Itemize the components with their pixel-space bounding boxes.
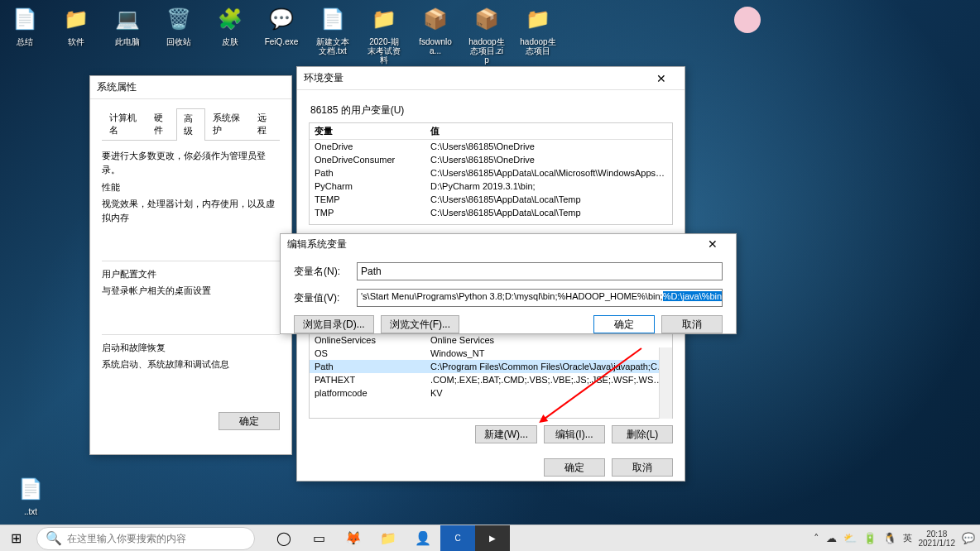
tray-icon[interactable]: 🐧 xyxy=(883,532,896,544)
table-row[interactable]: OSWindows_NT xyxy=(310,347,672,360)
desktop-icon-txt[interactable]: 📄 ..txt xyxy=(12,474,49,516)
desktop-icon[interactable]: 📦fsdownloa... xyxy=(417,4,454,65)
icon-label: 此电脑 xyxy=(115,37,140,46)
desktop-icon[interactable]: 📄总结 xyxy=(7,4,43,65)
dialog-titlebar[interactable]: 环境变量 ✕ xyxy=(297,67,685,90)
dialog-title-text: 编辑系统变量 xyxy=(287,237,347,252)
table-row[interactable]: PATHEXT.COM;.EXE;.BAT;.CMD;.VBS;.VBE;.JS… xyxy=(310,373,672,386)
system-tray: ˄ ☁ ⛅ 🔋 🐧 英 20:18 2021/1/12 💬 xyxy=(814,529,981,548)
dialog-titlebar[interactable]: 编辑系统变量 ✕ xyxy=(281,234,736,254)
app-icon[interactable]: C xyxy=(440,525,475,552)
app-icon: 📁 xyxy=(523,4,553,34)
table-row[interactable]: OneDriveConsumerC:\Users\86185\OneDrive xyxy=(310,153,672,166)
app-icon: 🗑️ xyxy=(164,4,194,34)
path-prefix: 's\Start Menu\Programs\Python 3.8;D:\mys… xyxy=(361,291,663,301)
delete-button[interactable]: 删除(L) xyxy=(612,425,673,443)
desktop-icon[interactable]: 🗑️回收站 xyxy=(161,4,197,65)
ok-button[interactable]: 确定 xyxy=(593,315,655,333)
cancel-button[interactable]: 取消 xyxy=(661,315,723,333)
cancel-button[interactable]: 取消 xyxy=(612,458,673,477)
browse-file-button[interactable]: 浏览文件(F)... xyxy=(381,315,459,333)
var-name-label: 变量名(N): xyxy=(294,265,357,279)
app-icon: 🧩 xyxy=(215,4,245,34)
icon-label: 2020-期末考试资料 xyxy=(366,37,402,65)
icon-label: FeiQ.exe xyxy=(265,37,299,46)
firefox-icon[interactable]: 🦊 xyxy=(336,525,371,552)
user-section-label: 用户配置文件 xyxy=(102,261,280,280)
icon-label: 回收站 xyxy=(166,37,191,46)
desktop-icon[interactable]: 📁软件 xyxy=(58,4,94,65)
user-vars-table[interactable]: 变量 值 OneDriveC:\Users\86185\OneDriveOneD… xyxy=(309,122,673,225)
perf-desc: 视觉效果，处理器计划，内存使用，以及虚拟内存 xyxy=(102,197,280,224)
tab-3[interactable]: 系统保护 xyxy=(205,108,250,140)
new-button[interactable]: 新建(W)... xyxy=(475,425,537,443)
var-name-input[interactable] xyxy=(357,262,723,280)
ok-button[interactable]: 确定 xyxy=(544,458,605,477)
browse-dir-button[interactable]: 浏览目录(D)... xyxy=(294,315,374,333)
tab-2[interactable]: 高级 xyxy=(176,108,206,141)
dialog-title-text: 系统属性 xyxy=(97,80,137,94)
edit-system-variable-dialog: 编辑系统变量 ✕ 变量名(N): 变量值(V): 's\Start Menu\P… xyxy=(280,233,737,334)
battery-icon[interactable]: 🔋 xyxy=(863,532,877,544)
task-view-icon[interactable]: ▭ xyxy=(301,525,336,552)
boot-section-label: 启动和故障恢复 xyxy=(102,334,280,354)
system-vars-table[interactable]: OnlineServicesOnline ServicesOSWindows_N… xyxy=(309,333,673,419)
search-icon: 🔍 xyxy=(46,530,62,546)
icon-label: 总结 xyxy=(17,37,33,46)
app-icon[interactable]: ▶ xyxy=(475,525,510,552)
tab-1[interactable]: 硬件 xyxy=(147,108,176,140)
app-icon: 📦 xyxy=(420,4,450,34)
search-box[interactable]: 🔍 xyxy=(36,527,255,550)
desktop-icon[interactable]: 📄新建文本文档.txt xyxy=(315,4,351,65)
tray-icon[interactable]: ☁ xyxy=(826,532,837,544)
table-row[interactable]: TEMPC:\Users\86185\AppData\Local\Temp xyxy=(310,193,672,206)
search-input[interactable] xyxy=(67,533,246,544)
desktop-icon[interactable]: 💬FeiQ.exe xyxy=(263,4,300,65)
tab-0[interactable]: 计算机名 xyxy=(102,108,147,140)
desktop-icon[interactable]: 📁2020-期末考试资料 xyxy=(366,4,402,65)
app-icon: 💻 xyxy=(113,4,142,34)
app-icon[interactable]: 👤 xyxy=(406,525,440,552)
close-icon[interactable]: ✕ xyxy=(696,235,729,253)
ok-button[interactable]: 确定 xyxy=(219,412,280,430)
admin-note: 要进行大多数更改，你必须作为管理员登录。 xyxy=(102,149,280,176)
start-button[interactable]: ⊞ xyxy=(0,525,31,552)
var-value-input[interactable]: 's\Start Menu\Programs\Python 3.8;D:\mys… xyxy=(357,289,723,307)
file-icon: 📄 xyxy=(16,474,46,504)
edit-button[interactable]: 编辑(I)... xyxy=(544,425,605,443)
user-vars-label: 86185 的用户变量(U) xyxy=(310,103,673,117)
table-row[interactable]: PathC:\Users\86185\AppData\Local\Microso… xyxy=(310,166,672,180)
clock[interactable]: 20:18 2021/1/12 xyxy=(919,529,956,548)
tray-icon[interactable]: ⛅ xyxy=(843,532,857,544)
table-row[interactable]: platformcodeKV xyxy=(310,386,672,400)
desktop-icon[interactable]: 📦hadoop生态项目.zip xyxy=(468,4,505,65)
close-icon[interactable]: ✕ xyxy=(645,69,678,88)
icon-label: ..txt xyxy=(24,507,37,516)
icon-label: 新建文本文档.txt xyxy=(315,37,351,55)
desktop-icon[interactable]: 💻此电脑 xyxy=(109,4,146,65)
var-value-label: 变量值(V): xyxy=(294,291,357,305)
table-row[interactable]: PyCharmD:\PyCharm 2019.3.1\bin; xyxy=(310,180,672,193)
scrollbar[interactable] xyxy=(659,347,672,419)
cortana-icon[interactable]: ◯ xyxy=(267,525,301,552)
table-row[interactable]: OneDriveC:\Users\86185\OneDrive xyxy=(310,140,672,153)
taskbar: ⊞ 🔍 ◯ ▭ 🦊 📁 👤 C ▶ ˄ ☁ ⛅ 🔋 🐧 英 20:18 2021… xyxy=(0,525,980,551)
notifications-icon[interactable]: 💬 xyxy=(962,532,975,544)
explorer-icon[interactable]: 📁 xyxy=(371,525,406,552)
tab-4[interactable]: 远程 xyxy=(250,108,280,140)
path-selection: %D:\java\%bin; xyxy=(663,291,723,301)
desktop-icon[interactable]: 🧩皮肤 xyxy=(212,4,248,65)
table-row[interactable]: TMPC:\Users\86185\AppData\Local\Temp xyxy=(310,206,672,219)
icon-label: hadoop生态项目.zip xyxy=(468,37,505,65)
icon-label: 皮肤 xyxy=(222,37,238,46)
dialog-titlebar[interactable]: 系统属性 xyxy=(90,76,291,99)
ime-indicator[interactable]: 英 xyxy=(903,532,912,544)
tabs: 计算机名硬件高级系统保护远程 xyxy=(102,108,280,141)
app-icon: 📁 xyxy=(61,4,91,34)
chevron-up-icon[interactable]: ˄ xyxy=(814,532,819,544)
col-var[interactable]: 变量 xyxy=(310,123,425,139)
icon-label: fsdownloa... xyxy=(417,37,454,55)
col-val[interactable]: 值 xyxy=(425,123,672,139)
desktop-icon[interactable]: 📁hadoop生态项目 xyxy=(520,4,556,65)
dialog-title-text: 环境变量 xyxy=(304,71,343,85)
